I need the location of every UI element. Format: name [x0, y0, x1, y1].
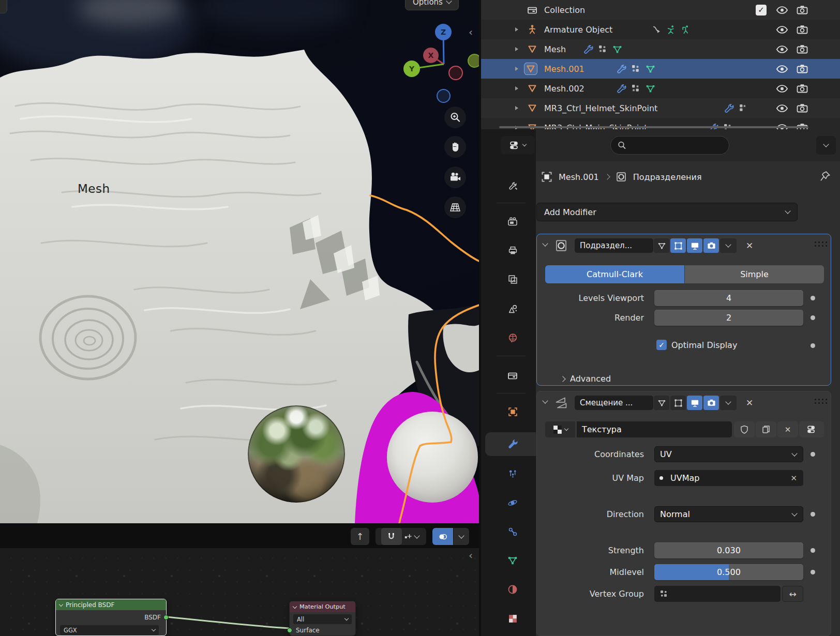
surface-input-socket[interactable]: [287, 628, 292, 633]
tab-world[interactable]: [504, 329, 521, 346]
tab-render[interactable]: [504, 213, 521, 230]
optimal-display-checkbox[interactable]: ✓: [656, 340, 667, 350]
material-output-node[interactable]: Material Output All Surface: [289, 601, 356, 636]
parent-node-tree-button[interactable]: ↑: [351, 528, 369, 545]
row-label[interactable]: Mesh: [544, 44, 566, 54]
catmull-clark-option[interactable]: Catmull-Clark: [545, 265, 684, 283]
collapse-icon[interactable]: [542, 240, 548, 246]
overlays-toggle[interactable]: [432, 528, 453, 545]
modifier-extras-dropdown[interactable]: [720, 396, 737, 410]
tab-tool[interactable]: [504, 177, 521, 195]
row-label[interactable]: Collection: [544, 5, 585, 15]
edit-mode-display-toggle[interactable]: [654, 396, 669, 410]
collapse-icon[interactable]: [59, 602, 63, 606]
on-cage-toggle[interactable]: [670, 396, 686, 410]
hide-viewport-eye-icon[interactable]: [776, 6, 788, 14]
direction-dropdown[interactable]: Normal: [654, 506, 803, 522]
outliner-row-mesh-002[interactable]: Mesh.002: [481, 79, 840, 98]
outliner-row-armature[interactable]: Armature Object: [481, 20, 840, 39]
overlays-dropdown[interactable]: [454, 528, 469, 545]
disable-render-camera-icon[interactable]: [797, 25, 808, 34]
render-display-toggle[interactable]: [703, 238, 719, 253]
add-modifier-dropdown[interactable]: Add Modifier: [536, 203, 798, 221]
gizmo-x-axis[interactable]: X: [423, 48, 439, 63]
viewport-display-toggle[interactable]: [687, 238, 702, 253]
clear-uv-map-icon[interactable]: ✕: [790, 474, 797, 483]
render-levels-field[interactable]: 2: [654, 310, 803, 326]
disable-render-camera-icon[interactable]: [797, 84, 808, 93]
disable-render-camera-icon[interactable]: [797, 103, 808, 113]
strength-field[interactable]: 0.030: [654, 542, 803, 558]
levels-viewport-field[interactable]: 4: [654, 290, 803, 306]
fake-user-shield-button[interactable]: [734, 421, 755, 437]
distribution-dropdown[interactable]: GGX: [60, 625, 159, 635]
node-header[interactable]: Material Output: [290, 601, 355, 612]
animate-decorator[interactable]: [811, 343, 815, 348]
animate-decorator[interactable]: [811, 570, 815, 574]
row-label[interactable]: Mesh.002: [544, 84, 584, 94]
hide-viewport-eye-icon[interactable]: [776, 84, 788, 93]
vertex-group-field[interactable]: [654, 586, 781, 602]
modifier-panel-header[interactable]: Смещение ... ✕: [537, 395, 831, 411]
node-header[interactable]: Principled BSDF: [56, 599, 166, 610]
animate-decorator[interactable]: [811, 452, 815, 457]
tab-texture[interactable]: [504, 610, 521, 627]
disable-render-camera-icon[interactable]: [797, 64, 808, 73]
modifier-name-field[interactable]: Подраздел...: [575, 238, 653, 253]
tab-output[interactable]: [504, 241, 521, 259]
new-texture-copy-button[interactable]: [756, 421, 776, 437]
on-cage-toggle[interactable]: [670, 238, 686, 253]
tab-particles[interactable]: [504, 465, 521, 482]
tab-scene[interactable]: [504, 300, 521, 317]
invert-vertex-group-button[interactable]: ↔: [782, 586, 803, 602]
breadcrumb-object-name[interactable]: Mesh.001: [559, 172, 599, 182]
outliner-row-mesh[interactable]: Mesh: [481, 39, 840, 59]
zoom-tool-button[interactable]: [444, 107, 466, 128]
shader-editor-canvas[interactable]: Principled BSDF BSDF GGX Material Output…: [0, 548, 479, 636]
outliner-row-collection[interactable]: Collection ✓: [481, 0, 840, 20]
snap-target-dropdown[interactable]: [404, 533, 421, 541]
edit-mode-display-toggle[interactable]: [654, 238, 669, 253]
gizmo-x-neg-axis[interactable]: [448, 66, 463, 80]
collection-checkbox[interactable]: ✓: [756, 5, 767, 16]
texture-properties-button[interactable]: [799, 421, 824, 437]
uv-map-field[interactable]: UVMap ✕: [654, 470, 803, 486]
region-collapse-arrow[interactable]: ‹: [469, 28, 473, 36]
editor-type-button[interactable]: [501, 136, 535, 155]
horizontal-scrollbar[interactable]: [499, 126, 808, 128]
pan-tool-button[interactable]: [444, 136, 466, 158]
unlink-texture-button[interactable]: ✕: [777, 421, 798, 437]
hide-viewport-eye-icon[interactable]: [776, 45, 788, 54]
expand-arrow-icon[interactable]: [515, 106, 518, 110]
outliner-row-mr3-helmet[interactable]: MR3_Ctrl_Helmet_SkinPoint: [481, 98, 840, 118]
gizmo-y-axis[interactable]: Y: [403, 60, 420, 77]
region-collapse-arrow[interactable]: ‹: [469, 551, 473, 559]
pin-icon[interactable]: [819, 171, 831, 182]
gizmo-z-neg-axis[interactable]: [437, 89, 451, 103]
output-target-dropdown[interactable]: All: [293, 614, 352, 624]
coordinates-dropdown[interactable]: UV: [654, 446, 803, 462]
expand-arrow-icon[interactable]: [515, 67, 518, 71]
drag-handle[interactable]: [815, 399, 828, 405]
modifier-name-field[interactable]: Смещение ...: [575, 396, 653, 410]
camera-view-button[interactable]: [444, 166, 466, 188]
expand-arrow-icon[interactable]: [515, 86, 518, 90]
row-label[interactable]: MR3_Ctrl_Helmet_SkinPoint: [544, 103, 657, 113]
outliner-row-mesh-001-selected[interactable]: Mesh.001: [481, 59, 840, 79]
properties-search-input[interactable]: [610, 136, 729, 155]
breadcrumb-panel-name[interactable]: Подразделения: [633, 172, 702, 182]
options-button[interactable]: Options: [405, 0, 459, 10]
bsdf-output-socket[interactable]: [163, 615, 169, 620]
collapse-icon[interactable]: [293, 604, 297, 608]
midlevel-slider[interactable]: 0.500: [654, 564, 803, 580]
animate-decorator[interactable]: [811, 296, 815, 300]
advanced-section-label[interactable]: Advanced: [570, 374, 611, 384]
simple-option[interactable]: Simple: [685, 265, 824, 283]
tab-object[interactable]: [504, 403, 521, 420]
delete-modifier-button[interactable]: ✕: [746, 240, 753, 251]
drag-handle[interactable]: [815, 241, 828, 248]
modifier-panel-header[interactable]: Подраздел... ✕: [537, 237, 831, 254]
expand-arrow-icon[interactable]: [515, 47, 518, 51]
modifier-extras-dropdown[interactable]: [720, 238, 737, 253]
properties-filter-button[interactable]: [816, 136, 836, 155]
